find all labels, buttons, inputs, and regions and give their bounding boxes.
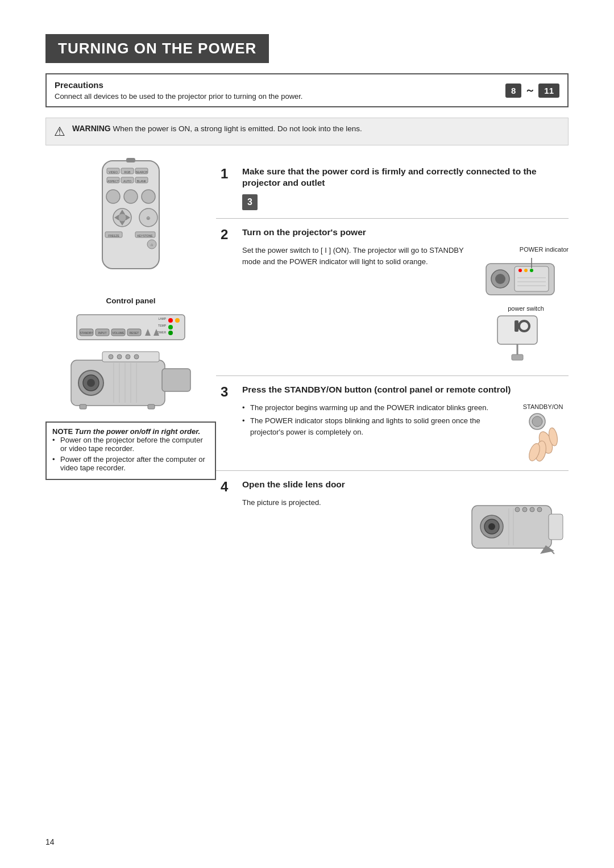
svg-point-95 [537, 507, 542, 512]
step-2-inner: Set the power switch to [ I ] (ON). The … [242, 245, 569, 368]
svg-point-92 [515, 507, 520, 512]
step-4-section: 4 Open the slide lens door The picture i… [216, 471, 569, 567]
step-1-title: Make sure that the power cord is firmly … [242, 166, 569, 189]
svg-point-91 [488, 523, 495, 530]
step-3-title: Press the STANDBY/ON button (control pan… [242, 384, 511, 395]
svg-text:AUTO: AUTO [123, 180, 131, 183]
svg-text:FREEZE: FREEZE [108, 234, 119, 237]
step-1-section: 1 Make sure that the power cord is firml… [216, 158, 569, 219]
svg-rect-30 [126, 158, 135, 162]
svg-text:VOLUME: VOLUME [112, 331, 125, 335]
step-2-header: 2 Turn on the projector's power [221, 227, 569, 241]
main-content: VIDEO RGB SEARCH ASPECT AUTO BLANK [45, 158, 569, 567]
svg-point-13 [106, 190, 120, 203]
step-3-number: 3 [221, 385, 237, 399]
standby-on-label: STANDBY/ON [523, 402, 563, 412]
power-switch-area: power switch [483, 304, 569, 368]
svg-rect-65 [148, 404, 155, 409]
step-4-body: The picture is projected. [221, 497, 569, 560]
svg-point-68 [495, 274, 505, 284]
svg-point-83 [532, 416, 542, 427]
power-indicator-label: POWER indicator [520, 245, 569, 254]
left-column: VIDEO RGB SEARCH ASPECT AUTO BLANK [45, 158, 216, 567]
svg-point-70 [518, 269, 522, 272]
step-2-body: Set the power switch to [ I ] (ON). The … [221, 245, 569, 368]
step-4-number: 4 [221, 480, 237, 494]
step-3-body: The projector begins warming up and the … [221, 402, 569, 463]
svg-rect-78 [515, 320, 518, 332]
ref-end-badge: 11 [538, 84, 559, 98]
page-number: 14 [45, 837, 55, 846]
step-3-image: STANDBY/ON [517, 402, 569, 463]
page-title: TURNING ON THE POWER [45, 34, 269, 63]
page-refs: 8 ～ 11 [505, 84, 559, 98]
power-switch-image [483, 313, 569, 364]
svg-text:INPUT: INPUT [98, 331, 107, 335]
svg-point-14 [124, 190, 138, 203]
tilde-symbol: ～ [525, 84, 535, 97]
step-2-text: Set the power switch to [ I ] (ON). The … [242, 245, 466, 267]
right-column: 1 Make sure that the power cord is firml… [216, 158, 569, 567]
step-4-inner: The picture is projected. [242, 497, 569, 560]
warning-body: When the power is ON, a strong light is … [113, 124, 362, 133]
svg-rect-81 [512, 354, 523, 360]
svg-rect-64 [80, 404, 86, 409]
svg-text:VIDEO: VIDEO [109, 170, 118, 174]
note-label: NOTE [52, 427, 73, 436]
note-box: NOTE Turn the power on/off in right orde… [45, 422, 216, 480]
precautions-text: Connect all devices to be used to the pr… [55, 92, 494, 101]
svg-text:⌂: ⌂ [151, 243, 153, 247]
page: TURNING ON THE POWER Precautions Connect… [0, 0, 614, 868]
step-3-bullet-2: The POWER indicator stops blinking and l… [242, 415, 512, 437]
precautions-inner: Precautions Connect all devices to be us… [55, 80, 494, 101]
svg-text:STANDBY: STANDBY [80, 331, 93, 335]
svg-text:RGB: RGB [125, 170, 131, 174]
note-bullet-1: Power on the projector before the comput… [52, 436, 209, 453]
svg-point-59 [109, 354, 113, 359]
svg-point-34 [168, 325, 173, 329]
svg-point-21 [118, 214, 126, 222]
step-1-number: 1 [221, 167, 237, 181]
step-3-header: 3 Press the STANDBY/ON button (control p… [221, 384, 569, 399]
svg-point-72 [530, 269, 533, 272]
warning-text: WARNING When the power is ON, a strong l… [72, 124, 362, 133]
note-bullet-list: Power on the projector before the comput… [52, 436, 209, 472]
svg-rect-63 [162, 369, 190, 391]
step-3-section: 3 Press the STANDBY/ON button (control p… [216, 376, 569, 471]
note-bullet-2: Power off the projector after the comput… [52, 455, 209, 472]
svg-text:LAMP: LAMP [158, 317, 166, 320]
note-title: Turn the power on/off in right order. [75, 427, 201, 436]
step-3-bullets: The projector begins warming up and the … [242, 402, 512, 438]
control-panel-label: Control panel [106, 297, 156, 305]
control-panel-image: LAMP TEMP POWER STANDBY INPUT VOLUME RES… [74, 312, 188, 343]
svg-text:RESET: RESET [130, 331, 139, 335]
svg-text:ASPECT: ASPECT [107, 180, 119, 183]
step-2-images: POWER indicator [472, 245, 569, 368]
standby-button-image [520, 411, 566, 462]
step-1-header: 1 Make sure that the power cord is firml… [221, 166, 569, 189]
step-1-body: 3 [221, 192, 569, 210]
precautions-box: Precautions Connect all devices to be us… [45, 73, 569, 107]
step-2-number: 2 [221, 228, 237, 241]
svg-point-15 [142, 190, 155, 203]
svg-text:SEARCH: SEARCH [136, 170, 148, 174]
svg-point-94 [530, 507, 534, 512]
warning-label: WARNING [72, 124, 111, 133]
step-4-header: 4 Open the slide lens door [221, 479, 569, 494]
power-switch-label: power switch [483, 304, 569, 314]
svg-text:BLANK: BLANK [137, 180, 147, 183]
svg-point-71 [524, 269, 528, 272]
svg-text:KEYSTONE: KEYSTONE [137, 234, 153, 237]
step-4-text: The picture is projected. [242, 497, 460, 508]
remote-control-image: VIDEO RGB SEARCH ASPECT AUTO BLANK [85, 158, 176, 289]
svg-point-93 [522, 507, 527, 512]
step-2-section: 2 Turn on the projector's power Set the … [216, 219, 569, 376]
svg-point-52 [87, 379, 95, 387]
projector-body-image [68, 349, 193, 411]
precautions-heading: Precautions [55, 80, 494, 90]
svg-point-60 [117, 354, 122, 359]
warning-icon: ⚠ [54, 124, 65, 139]
projector-lens-door-image [466, 497, 569, 560]
step-3-text: The projector begins warming up and the … [242, 402, 512, 440]
svg-text:TEMP: TEMP [158, 324, 167, 327]
